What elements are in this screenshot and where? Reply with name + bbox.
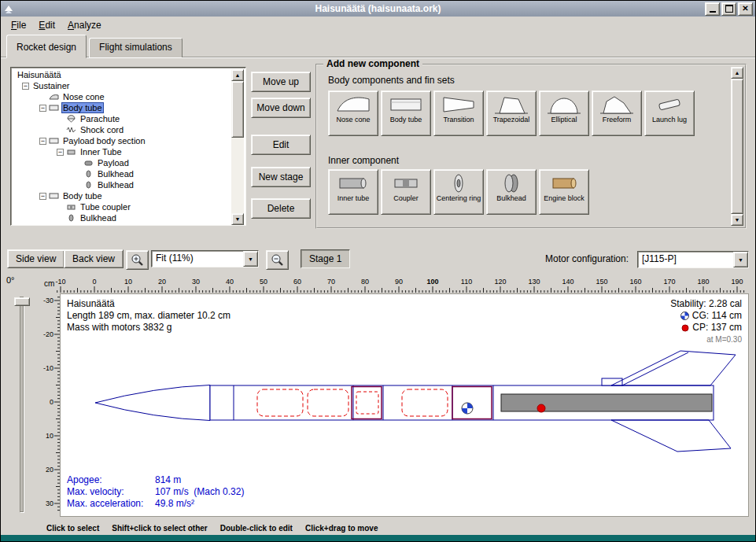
add-inner-tube-button[interactable]: Inner tube [328,169,378,215]
tree-item-bulkhead[interactable]: Bulkhead [13,168,231,179]
cg-marker [462,403,473,414]
collapse-icon[interactable] [39,138,46,145]
chevron-down-icon[interactable] [243,251,258,267]
title-bar[interactable]: Haisunäätä (haisunaata.ork) ✕ [1,1,755,17]
delete-button[interactable]: Delete [251,198,311,219]
minimize-icon [710,5,716,13]
hint-double-click: Double-click to edit [220,524,293,533]
component-label: Trapezoidal [493,116,530,124]
zoom-in-button[interactable] [126,250,149,270]
scroll-down-icon[interactable] [731,214,743,226]
apogee-value: 814 m [155,474,181,486]
add-freeform-fin-button[interactable]: Freeform [592,90,642,136]
tree-item-parachute[interactable]: Parachute [13,113,231,124]
svg-text:0: 0 [50,398,53,406]
add-centering-ring-button[interactable]: Centering ring [433,169,484,215]
add-launch-lug-button[interactable]: Launch lug [644,90,695,136]
tab-rocket-design[interactable]: Rocket design [6,35,87,58]
freeform-fin-icon [599,94,634,116]
hint-drag: Click+drag to move [305,524,378,533]
collapse-icon[interactable] [57,149,64,156]
menu-analyze[interactable]: Analyze [61,17,108,33]
menu-edit[interactable]: Edit [32,17,61,33]
rocket-canvas[interactable]: Haisunäätä Length 189 cm, max. diameter … [60,293,749,517]
body-tube-icon [49,137,59,145]
tree-item-bulkhead[interactable]: Bulkhead [13,212,231,223]
tree-item-shock-cord[interactable]: Shock cord [13,124,231,135]
rotation-slider-track[interactable] [20,297,24,512]
move-down-button[interactable]: Move down [251,98,311,118]
menu-file[interactable]: File [5,17,32,33]
tree-item-sustainer[interactable]: Sustainer [13,80,231,91]
svg-text:40: 40 [226,278,234,286]
payload-icon [83,159,94,167]
scroll-up-icon[interactable] [231,69,244,81]
cp-icon [681,324,689,332]
side-view-button[interactable]: Side view [7,249,65,268]
chevron-down-icon[interactable] [733,252,748,267]
zoom-value: Fit (11%) [152,251,243,267]
tree-item-payload-body-section[interactable]: Payload body section [13,135,231,146]
rocket-mass-info: Mass with motors 3832 g [67,322,230,334]
scrollbar-thumb[interactable] [231,81,244,138]
component-label: Transition [443,116,474,124]
tree-item-tube-coupler[interactable]: Tube coupler [13,201,231,212]
component-label: Inner tube [337,195,370,203]
component-label: Launch lug [652,116,687,124]
desktop-strip [1,535,755,541]
tab-flight-simulations[interactable]: Flight simulations [89,38,183,57]
hint-click: Click to select [46,524,99,533]
component-label: Freeform [603,116,632,124]
maximize-button[interactable] [721,2,736,16]
zoom-select[interactable]: Fit (11%) [151,250,259,267]
add-coupler-button[interactable]: Coupler [381,169,431,215]
hint-bar: Click to select Shift+click to select ot… [1,520,755,536]
rotation-slider-handle[interactable] [14,297,30,306]
add-elliptical-fin-button[interactable]: Elliptical [539,90,589,136]
add-bulkhead-button[interactable]: Bulkhead [486,169,537,215]
tree-item-body-tube[interactable]: Body tube [13,102,231,113]
trapezoidal-fin-icon [494,94,529,116]
collapse-icon[interactable] [39,193,46,200]
add-body-tube-button[interactable]: Body tube [381,90,431,136]
bulkhead-icon [83,170,94,178]
back-view-button[interactable]: Back view [64,249,124,268]
new-stage-button[interactable]: New stage [251,167,311,187]
tree-item-label: Inner Tube [79,147,124,157]
collapse-icon[interactable] [39,105,46,112]
add-engine-block-button[interactable]: Engine block [539,169,589,215]
tab-strip: Rocket design Flight simulations [6,35,185,57]
scrollbar-thumb[interactable] [731,79,743,214]
component-label: Engine block [544,195,585,203]
motor-configuration-select[interactable]: [J115-P] [637,251,749,268]
svg-text:140: 140 [562,278,573,286]
tree-item-rocket[interactable]: Haisunäätä [13,69,231,80]
move-up-button[interactable]: Move up [251,72,311,92]
svg-text:80: 80 [361,278,369,286]
stage-1-toggle[interactable]: Stage 1 [301,249,350,268]
add-nose-cone-button[interactable]: Nose cone [328,90,378,136]
add-transition-button[interactable]: Transition [433,90,484,136]
collapse-icon[interactable] [22,83,29,90]
svg-text:0: 0 [92,278,96,286]
body-component-buttons: Nose cone Body tube Transition Trapezoid… [328,90,695,136]
menu-bar: File Edit Analyze [2,17,754,34]
edit-button[interactable]: Edit [251,135,311,155]
tree-item-bulkhead[interactable]: Bulkhead [13,179,231,190]
add-trapezoidal-fin-button[interactable]: Trapezoidal [486,90,537,136]
minimize-button[interactable] [705,2,720,16]
scroll-up-icon[interactable] [731,67,743,79]
tree-item-inner-tube[interactable]: Inner Tube [13,146,231,157]
close-button[interactable]: ✕ [738,2,753,16]
tree-scrollbar[interactable] [231,69,244,225]
scroll-down-icon[interactable] [231,213,244,225]
app-window: Haisunäätä (haisunaata.ork) ✕ File Edit … [0,0,756,542]
tree-item-body-tube-2[interactable]: Body tube [13,190,231,201]
component-panel-scrollbar[interactable] [731,67,743,226]
tree-item-nose-cone[interactable]: Nose cone [13,91,231,102]
fin-lower-shape [611,420,731,452]
max-velocity-value: 107 m/s (Mach 0.32) [155,486,244,498]
flight-stats: Apogee:814 m Max. velocity:107 m/s (Mach… [67,474,244,510]
zoom-out-button[interactable] [266,250,289,270]
tree-item-payload[interactable]: Payload [13,157,231,168]
